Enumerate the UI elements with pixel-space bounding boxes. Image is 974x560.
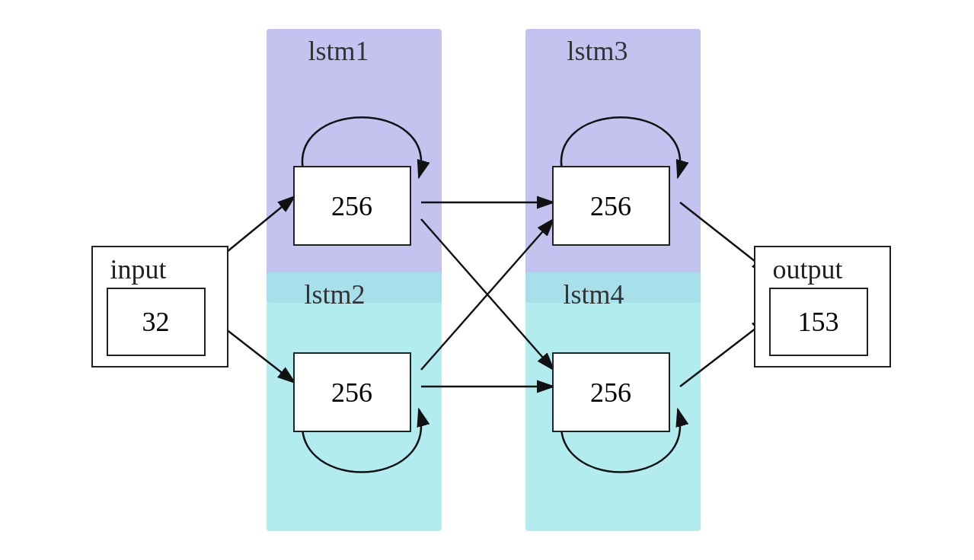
lstm1-value: 256 bbox=[331, 190, 372, 222]
output-label: output bbox=[773, 253, 843, 285]
lstm4-value: 256 bbox=[590, 377, 631, 409]
output-node-inner: 153 bbox=[769, 288, 868, 356]
lstm4-node: 256 bbox=[552, 352, 670, 432]
lstm1-node: 256 bbox=[293, 166, 411, 246]
input-label: input bbox=[110, 253, 167, 285]
lstm2-value: 256 bbox=[331, 377, 372, 409]
input-node-inner: 32 bbox=[107, 288, 206, 356]
diagram-container: lstm1 lstm3 lstm2 lstm4 bbox=[69, 21, 906, 539]
lstm3-value: 256 bbox=[590, 190, 631, 222]
lstm3-node: 256 bbox=[552, 166, 670, 246]
lstm2-node: 256 bbox=[293, 352, 411, 432]
input-value: 32 bbox=[142, 306, 170, 338]
output-value: 153 bbox=[798, 306, 839, 338]
